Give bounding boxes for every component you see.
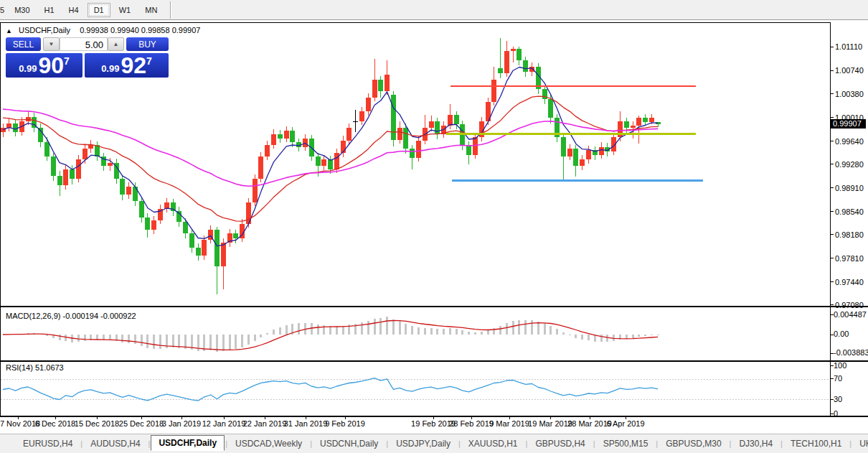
- chart-tab-usdcnh-daily[interactable]: USDCNH,Daily: [313, 436, 385, 451]
- date-tick-label: 19 Mar 2019: [528, 419, 572, 428]
- volume-up-button[interactable]: ▲: [108, 37, 124, 51]
- chart-tab-dj30-h4[interactable]: DJ30,H4: [732, 436, 780, 451]
- buy-price-box[interactable]: 0.99 92 7: [85, 53, 169, 78]
- buy-price-big: 92: [121, 55, 146, 76]
- current-price-tag: 0.99907: [831, 119, 866, 129]
- mt4-window: 5M30H1H4D1W1MN ▲ USDCHF,Daily 0.99938 0.…: [0, 0, 868, 453]
- rsi-scale-30: 30: [834, 395, 842, 403]
- volume-down-button[interactable]: ▼: [43, 37, 60, 51]
- rsi-label: RSI(14) 51.0673: [6, 363, 64, 373]
- chevron-down-icon: ▼: [49, 41, 55, 47]
- chevron-up-icon: ▲: [113, 41, 119, 47]
- chart-tab-xauusd-h1[interactable]: XAUUSD,H1: [461, 436, 525, 451]
- chart-tabs: EURUSD,H4|AUDUSD,H4|USDCHF,Daily|USDCAD,…: [16, 436, 868, 452]
- rsi-scale-0: 0: [834, 409, 838, 418]
- price-tick-label: 0.98180: [835, 230, 864, 239]
- date-tick-label: 6 Dec 2018: [35, 419, 75, 428]
- buy-price-pip: 7: [146, 55, 152, 67]
- chart-tab-gbpusd-m30[interactable]: GBPUSD,M30: [659, 436, 728, 451]
- date-tick-label: 25 Dec 2018: [119, 419, 164, 428]
- sell-price-pip: 7: [64, 55, 70, 67]
- price-tick-label: 0.99640: [835, 137, 864, 146]
- rsi-scale-100: 100: [834, 361, 846, 370]
- price-tick-label: 0.99280: [835, 160, 864, 169]
- buy-price-prefix: 0.99: [101, 63, 119, 74]
- date-tick-label: 9 Mar 2019: [489, 419, 529, 428]
- price-tick-label: 0.97440: [835, 278, 864, 286]
- price-tick-label: 1.00740: [835, 66, 864, 75]
- price-tick-label: 1.01110: [835, 42, 862, 51]
- date-tick-label: 12 Jan 2019: [202, 419, 246, 428]
- sell-price-prefix: 0.99: [19, 63, 37, 74]
- price-tick-label: 0.97080: [835, 301, 864, 309]
- date-tick-label: 27 Nov 2018: [0, 419, 40, 428]
- volume-input[interactable]: 5.00: [60, 37, 108, 51]
- chart-tab-tech100-h1[interactable]: TECH100,H1: [783, 436, 849, 451]
- one-click-trading-panel: SELL ▼ 5.00 ▲ BUY 0.99 90 7 0.99 92 7: [4, 35, 171, 80]
- chart-tab-uko[interactable]: UKO: [852, 436, 868, 451]
- macd-scale-top: 0.004487: [834, 310, 867, 319]
- date-tick-label: 9 Feb 2019: [325, 419, 365, 428]
- rsi-value: 51.0673: [35, 363, 64, 372]
- chart-tab-usdcad-weekly[interactable]: USDCAD,Weekly: [228, 436, 309, 451]
- macd-scale-bottom: -0.003883: [834, 348, 868, 357]
- macd-label: MACD(12,26,9) -0.000194 -0.000922: [6, 312, 136, 321]
- symbol-period-label: USDCHF,Daily: [19, 26, 70, 34]
- chart-tab-usdchf-daily[interactable]: USDCHF,Daily: [151, 435, 225, 451]
- macd-scale-mid: 0.00: [834, 330, 849, 338]
- date-tick-label: 28 Mar 2019: [567, 419, 612, 428]
- price-tick-label: 1.00380: [835, 90, 864, 98]
- price-tick-label: 0.98540: [835, 207, 864, 216]
- date-tick-label: 3 Jan 2019: [162, 419, 201, 428]
- chart-tab-gbpusd-h4[interactable]: GBPUSD,H4: [528, 436, 592, 451]
- macd-values: -0.000194 -0.000922: [62, 312, 136, 320]
- sell-button[interactable]: SELL: [6, 37, 41, 51]
- date-tick-label: 15 Dec 2018: [75, 419, 119, 428]
- date-tick-label: 31 Jan 2019: [284, 419, 328, 428]
- date-tick-label: 6 Apr 2019: [606, 419, 644, 428]
- chart-tab-bar: EURUSD,H4|AUDUSD,H4|USDCHF,Daily|USDCAD,…: [0, 434, 868, 453]
- sell-price-box[interactable]: 0.99 90 7: [6, 53, 82, 78]
- date-tick-label: 28 Feb 2019: [449, 419, 494, 428]
- chart-tab-usdjpy-daily[interactable]: USDJPY,Daily: [389, 436, 458, 451]
- buy-button[interactable]: BUY: [126, 37, 169, 51]
- date-tick-label: 22 Jan 2019: [243, 419, 287, 428]
- price-tick-label: 0.98910: [835, 184, 864, 192]
- price-tick-label: 0.97810: [835, 254, 864, 263]
- sell-price-big: 90: [38, 55, 64, 76]
- chart-tab-sp500-m15[interactable]: SP500,M15: [596, 436, 656, 451]
- chart-title: ▲ USDCHF,Daily 0.99938 0.99940 0.99858 0…: [6, 26, 200, 36]
- chart-tab-audusd-h4[interactable]: AUDUSD,H4: [83, 436, 147, 451]
- one-click-collapse-icon[interactable]: ▲: [6, 27, 12, 34]
- ohlc-values: 0.99938 0.99940 0.99858 0.99907: [80, 26, 200, 34]
- rsi-scale-70: 70: [834, 374, 842, 383]
- chart-tab-eurusd-h4[interactable]: EURUSD,H4: [16, 436, 80, 451]
